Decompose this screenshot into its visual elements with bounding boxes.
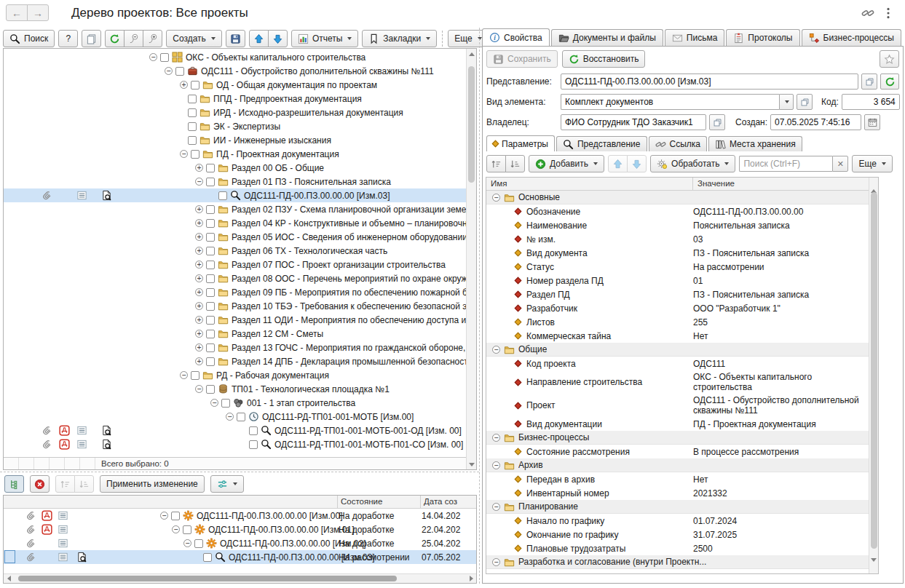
tree-row[interactable]: +Раздел 12 СМ - Сметы [4,327,466,341]
subtab-Представление[interactable]: Представление [556,136,647,151]
expander-plus-icon[interactable]: + [195,343,203,351]
tree-row[interactable]: ИРД - Исходно-разрешительная документаци… [4,106,466,119]
expander-plus-icon[interactable]: + [195,288,203,296]
checkbox[interactable] [191,81,199,90]
expander-minus-icon[interactable]: − [210,399,218,407]
checkbox[interactable] [206,219,215,228]
checkbox[interactable] [206,164,215,172]
representation-input[interactable] [561,74,858,90]
expander-minus-icon[interactable]: − [492,434,500,442]
expander-minus-icon[interactable]: − [492,194,500,202]
expand-all-button[interactable] [143,30,162,47]
tree-row[interactable]: +Раздел 04 КР - Конструктивные и объемно… [4,216,466,230]
expander-plus-icon[interactable]: + [195,247,203,255]
param-row[interactable]: Направление строительстваОКС - Объекты к… [486,370,869,394]
tab-Бизнес-процессы[interactable]: Бизнес-процессы [802,29,901,46]
tree-row[interactable]: −ОДС111-РД-ТП01-001-МОТБ [Изм.00] [4,410,466,424]
checkbox[interactable] [237,413,245,421]
subtab-Места хранения[interactable]: Места хранения [708,136,802,151]
tree-row[interactable]: −ОКС - Объекты капитального строительств… [4,50,466,64]
tab-Свойства[interactable]: Свойства [482,28,550,46]
param-row[interactable]: ОбозначениеОДС111-ПД-00.ПЗ.00.00.00 [486,204,869,218]
expander-minus-icon[interactable]: − [492,558,500,566]
tree-row[interactable]: +Раздел 05 ИОС - Сведения об инженерном … [4,230,466,244]
expander-plus-icon[interactable]: + [195,274,203,282]
expander-plus-icon[interactable]: + [195,219,203,227]
refresh-representation-button[interactable] [880,74,899,90]
param-row[interactable]: Вид документацииПД - Проектная документа… [486,417,869,431]
checkbox[interactable] [194,539,203,548]
search-button[interactable]: Поиск [3,30,55,47]
tree-row[interactable]: +Раздел 07 ПОС - Проект организации стро… [4,258,466,271]
open-representation-button[interactable] [861,74,877,90]
checkbox[interactable] [249,426,258,435]
vertical-splitter[interactable] [479,28,480,584]
params-search-input[interactable] [739,156,832,172]
expander-plus-icon[interactable]: + [195,330,203,338]
tab-Документы и файлы[interactable]: Документы и файлы [551,29,663,46]
move-up-button[interactable] [249,30,269,47]
collapse-all-button[interactable] [124,30,143,47]
params-more-button[interactable]: Еще [852,155,892,172]
expander-minus-icon[interactable]: − [226,413,234,421]
param-row[interactable]: РазработчикООО "Разработчик 1" [486,301,869,315]
element-kind-dropdown-button[interactable] [779,94,794,110]
param-row[interactable]: СтатусНа рассмотрении [486,260,869,274]
expander-minus-icon[interactable]: − [160,512,168,520]
tree-row[interactable]: ОДС111-ПД-00.ПЗ.00.00.00 [Изм.03] [4,188,466,202]
column-header-date[interactable]: Дата соз [420,496,476,508]
restore-button[interactable]: Восстановить [562,50,646,68]
column-header-name[interactable]: Имя [486,178,693,190]
bookmarks-button[interactable]: Закладки [362,30,437,47]
param-up-button[interactable] [608,155,628,172]
add-button[interactable]: Добавить [529,155,604,172]
checkbox[interactable] [191,371,199,380]
checkbox[interactable] [203,553,212,562]
param-group-row[interactable]: −Планирование [486,500,869,514]
checkbox[interactable] [206,343,215,352]
param-row[interactable]: НаименованиеПояснительная записка [486,218,869,232]
tree-row[interactable]: −ТП01 - Технологическая площадка №1 [4,382,466,396]
checkbox[interactable] [206,261,215,269]
sort-desc-button[interactable] [74,475,94,493]
create-button[interactable]: Создать [166,30,222,47]
scrollbar-thumb[interactable] [468,66,475,183]
tree-row[interactable]: +Раздел 11 ОДИ - Мероприятия по обеспече… [4,313,466,327]
tree-row[interactable]: ОДС111-РД-ТП01-001-МОТБ-П01-СО [Изм. 00] [4,437,466,451]
param-row[interactable]: Плановые трудозатраты2500 [486,541,869,555]
filter-settings-button[interactable] [210,475,244,493]
param-row[interactable]: ПроектОДС111 - Обустройство дополнительн… [486,394,869,417]
expander-minus-icon[interactable]: − [492,346,500,354]
scroll-up-icon[interactable] [871,179,877,189]
code-input[interactable] [842,94,900,110]
get-link-icon[interactable] [861,7,874,20]
column-header-state[interactable]: Состояние [337,496,420,508]
tree-row[interactable]: ОДС111-РД-ТП01-001-МОТБ-001-ОД [Изм. 00] [4,424,466,437]
tab-Протоколы[interactable]: Протоколы [726,29,799,46]
checkbox[interactable] [191,150,199,159]
checkbox[interactable] [188,136,197,145]
group-asc-button[interactable] [486,155,506,172]
param-group-row[interactable]: −Разработка и согласование (внутри Проек… [486,555,869,569]
more-menu-icon[interactable] [882,7,895,20]
move-down-button[interactable] [268,30,288,47]
expander-plus-icon[interactable]: + [195,261,203,269]
checkbox[interactable] [206,247,215,255]
tree-view-toggle-button[interactable] [4,475,24,493]
save-button[interactable]: Сохранить [486,50,558,68]
param-row[interactable]: Состояние рассмотренияВ процессе рассмот… [486,445,869,458]
created-input[interactable] [770,114,861,130]
param-group-row[interactable]: −Общие [486,343,869,357]
checkbox[interactable] [183,525,191,534]
scroll-right-icon[interactable] [466,574,476,583]
checkbox[interactable] [206,385,215,394]
param-row[interactable]: Инвентарный номер2021332 [486,486,869,500]
expander-minus-icon[interactable]: − [165,67,173,75]
param-row[interactable]: № изм.03 [486,232,869,246]
checkbox[interactable] [206,330,215,338]
checkbox[interactable] [206,302,215,311]
back-button[interactable]: ← [6,4,28,21]
param-group-row[interactable]: −Бизнес-процессы [486,431,869,445]
open-owner-button[interactable] [709,114,725,130]
param-down-button[interactable] [627,155,647,172]
